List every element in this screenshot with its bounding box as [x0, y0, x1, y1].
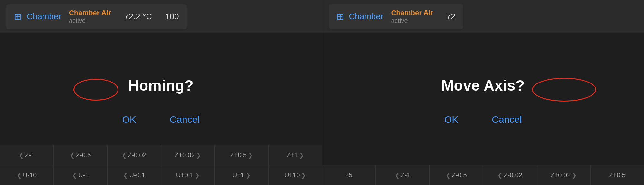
- left-dialog-title: Homing?: [128, 77, 194, 94]
- chamber-info-left: ⊞ Chamber Chamber Air active 72.2 °C 100: [6, 4, 187, 29]
- right-dialog-area: Move Axis? OK Cancel: [322, 33, 644, 185]
- left-z-plus002[interactable]: Z+0.02 ❯: [161, 145, 215, 165]
- left-u-minus10[interactable]: ❮ U-10: [0, 165, 54, 185]
- left-z-minus05[interactable]: ❮ Z-0.5: [54, 145, 108, 165]
- left-u-plus01[interactable]: U+0.1 ❯: [161, 165, 215, 185]
- right-z-plus05[interactable]: Z+0.5: [591, 165, 644, 185]
- left-u-plus10[interactable]: U+10 ❯: [269, 165, 322, 185]
- move-axis-ok-button[interactable]: OK: [433, 110, 470, 129]
- left-bottom-bars: ❮ Z-1 ❮ Z-0.5 ❮ Z-0.02 Z+0.02 ❯ Z+0.5 ❯ …: [0, 145, 322, 185]
- right-z-minus002[interactable]: ❮ Z-0.02: [483, 165, 537, 185]
- right-header: ⊞ Chamber Chamber Air active 72: [322, 0, 644, 33]
- homing-cancel-button[interactable]: Cancel: [158, 110, 211, 129]
- left-u-minus01[interactable]: ❮ U-0.1: [108, 165, 161, 185]
- left-u-plus1[interactable]: U+1 ❯: [215, 165, 269, 185]
- left-z-minus002[interactable]: ❮ Z-0.02: [108, 145, 161, 165]
- chamber-value-left: 100: [165, 12, 179, 22]
- chamber-label-left: Chamber: [27, 12, 61, 22]
- cancel-circle-annotation: [532, 78, 596, 102]
- move-axis-cancel-button[interactable]: Cancel: [480, 110, 533, 129]
- left-dialog-buttons: OK Cancel: [110, 110, 211, 129]
- chamber-air-title-right: Chamber Air: [391, 9, 433, 17]
- right-bottom-bars: 25 ❮ Z-1 ❮ Z-0.5 ❮ Z-0.02 Z+0.02 ❯ Z+0.5: [322, 165, 644, 185]
- right-value-25: 25: [322, 165, 376, 185]
- left-header: ⊞ Chamber Chamber Air active 72.2 °C 100: [0, 0, 322, 33]
- chamber-label-right: Chamber: [349, 12, 384, 22]
- right-z-row: 25 ❮ Z-1 ❮ Z-0.5 ❮ Z-0.02 Z+0.02 ❯ Z+0.5: [322, 165, 644, 185]
- right-z-plus002[interactable]: Z+0.02 ❯: [537, 165, 591, 185]
- chamber-air-block-right: Chamber Air active: [391, 9, 433, 24]
- left-panel: ⊞ Chamber Chamber Air active 72.2 °C 100…: [0, 0, 322, 185]
- left-u-row: ❮ U-10 ❮ U-1 ❮ U-0.1 U+0.1 ❯ U+1 ❯ U+10: [0, 165, 322, 185]
- right-dialog-buttons: OK Cancel: [433, 110, 534, 129]
- right-z-minus05[interactable]: ❮ Z-0.5: [430, 165, 483, 185]
- left-z-minus1[interactable]: ❮ Z-1: [0, 145, 54, 165]
- chamber-temp-right: 72: [446, 12, 456, 22]
- left-u-minus1[interactable]: ❮ U-1: [54, 165, 108, 185]
- chamber-icon-right: ⊞: [336, 11, 344, 22]
- right-panel: ⊞ Chamber Chamber Air active 72 Move Axi…: [322, 0, 644, 185]
- chamber-icon-left: ⊞: [14, 11, 22, 22]
- chamber-air-title-left: Chamber Air: [69, 9, 111, 17]
- chamber-temp-left: 72.2 °C: [124, 12, 152, 22]
- left-z-row: ❮ Z-1 ❮ Z-0.5 ❮ Z-0.02 Z+0.02 ❯ Z+0.5 ❯ …: [0, 145, 322, 165]
- left-z-plus1[interactable]: Z+1 ❯: [269, 145, 322, 165]
- right-z-minus1[interactable]: ❮ Z-1: [376, 165, 430, 185]
- right-dialog-title: Move Axis?: [441, 77, 525, 94]
- chamber-status-left: active: [69, 17, 86, 24]
- chamber-info-right: ⊞ Chamber Chamber Air active 72: [329, 4, 463, 29]
- chamber-status-right: active: [391, 17, 408, 24]
- chamber-air-block-left: Chamber Air active: [69, 9, 111, 24]
- left-z-plus05[interactable]: Z+0.5 ❯: [215, 145, 269, 165]
- homing-ok-button[interactable]: OK: [110, 110, 147, 129]
- ok-circle-annotation: [73, 79, 118, 101]
